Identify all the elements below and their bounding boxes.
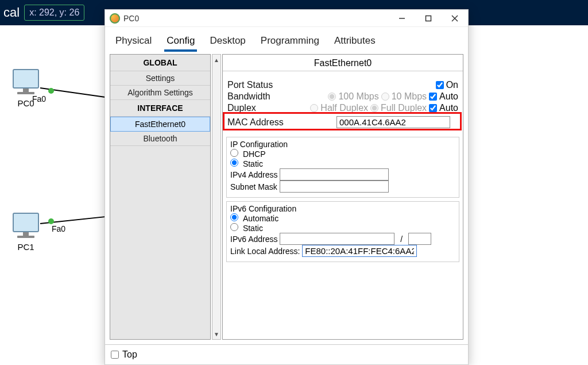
- mac-address-input[interactable]: [336, 116, 450, 128]
- ipv6-address-label: IPv6 Address: [230, 235, 278, 244]
- left-item-fastethernet0[interactable]: FastEthernet0: [110, 117, 210, 132]
- config-window: PC0 Physical Config Desktop Programming …: [105, 9, 469, 365]
- ipv6-address-input[interactable]: [280, 233, 394, 245]
- left-header-interface: INTERFACE: [110, 100, 210, 117]
- device-pc1[interactable]: PC1: [13, 213, 39, 252]
- bandwidth-100-radio: [328, 93, 336, 101]
- ipv6-static-label: Static: [243, 224, 263, 233]
- window-title: PC0: [123, 14, 139, 23]
- bandwidth-auto-label: Auto: [439, 91, 458, 102]
- bottom-bar: Top: [105, 344, 468, 364]
- left-header-global: GLOBAL: [110, 55, 210, 71]
- bandwidth-auto-checkbox[interactable]: [429, 93, 437, 101]
- ipv6-config-group: IPv6 Configuration Automatic Static IPv6…: [226, 201, 459, 262]
- top-tabs: Physical Config Desktop Programming Attr…: [105, 27, 468, 52]
- ipv6-config-label: IPv6 Configuration: [230, 204, 296, 213]
- port-status-checkbox[interactable]: [436, 81, 444, 89]
- left-item-bluetooth[interactable]: Bluetooth: [110, 132, 210, 146]
- coordinate-bar: cal x: 292, y: 26: [0, 0, 88, 25]
- duplex-auto-checkbox[interactable]: [429, 104, 437, 112]
- scroll-down-icon[interactable]: ▼: [212, 329, 220, 339]
- dhcp-radio[interactable]: [230, 149, 238, 157]
- link-local-address-input[interactable]: [302, 245, 417, 257]
- link-status-dot-pc0: [48, 88, 54, 94]
- bandwidth-10-radio: [381, 93, 389, 101]
- pc-icon: [13, 69, 39, 94]
- maximize-button[interactable]: [415, 10, 442, 26]
- dhcp-label: DHCP: [243, 149, 266, 159]
- tab-physical[interactable]: Physical: [113, 33, 154, 51]
- port-status-label: Port Status: [227, 80, 273, 90]
- subnet-mask-input[interactable]: [280, 180, 389, 193]
- bandwidth-100-label: 100 Mbps: [338, 91, 378, 102]
- tab-desktop[interactable]: Desktop: [207, 33, 247, 51]
- link-status-dot-pc1: [48, 218, 54, 224]
- mac-address-label: MAC Address: [227, 117, 336, 128]
- ip-config-group: IP Configuration DHCP Static IPv4 Addres…: [226, 137, 459, 198]
- left-panel: GLOBAL Settings Algorithm Settings INTER…: [110, 54, 211, 340]
- duplex-full-radio: [370, 104, 378, 112]
- svg-rect-1: [426, 16, 431, 21]
- ipv4-address-input[interactable]: [280, 168, 389, 180]
- minimize-button[interactable]: [389, 10, 415, 26]
- duplex-half-label: Half Duplex: [320, 103, 368, 113]
- left-item-settings[interactable]: Settings: [110, 71, 210, 86]
- duplex-label: Duplex: [227, 103, 256, 113]
- pc-icon: [13, 213, 39, 238]
- ipv6-automatic-label: Automatic: [243, 214, 278, 223]
- bandwidth-10-label: 10 Mbps: [392, 91, 427, 102]
- tab-programming[interactable]: Programming: [258, 33, 322, 51]
- config-detail-panel: FastEthernet0 Port Status On Bandwidth 1…: [222, 54, 463, 340]
- ipv6-prefix-input[interactable]: [408, 233, 431, 245]
- static-label: Static: [243, 159, 263, 168]
- app-icon: [110, 13, 120, 24]
- detail-title: FastEthernet0: [223, 55, 463, 71]
- close-button[interactable]: [442, 10, 468, 26]
- duplex-full-label: Full Duplex: [381, 103, 427, 113]
- device-pc1-port-label: Fa0: [52, 224, 65, 233]
- ipv4-address-label: IPv4 Address: [230, 170, 278, 179]
- subnet-mask-label: Subnet Mask: [230, 182, 277, 191]
- duplex-half-radio: [310, 104, 318, 112]
- scroll-up-icon[interactable]: ▲: [212, 55, 220, 65]
- ipv6-static-radio[interactable]: [230, 223, 238, 231]
- link-local-address-label: Link Local Address:: [230, 247, 300, 256]
- titlebar[interactable]: PC0: [105, 10, 468, 27]
- duplex-auto-label: Auto: [439, 103, 458, 113]
- left-scrollbar[interactable]: ▲ ▼: [212, 54, 221, 340]
- static-radio[interactable]: [230, 159, 238, 167]
- top-checkbox[interactable]: [111, 351, 119, 359]
- ipv6-prefix-separator: /: [397, 235, 406, 244]
- ip-config-label: IP Configuration: [230, 140, 288, 149]
- bandwidth-label: Bandwidth: [227, 91, 270, 102]
- mouse-coords: x: 292, y: 26: [24, 5, 84, 21]
- tab-attributes[interactable]: Attributes: [332, 33, 378, 51]
- device-pc1-label: PC1: [13, 242, 39, 252]
- left-item-algorithm-settings[interactable]: Algorithm Settings: [110, 86, 210, 100]
- device-pc0-port-label: Fa0: [32, 94, 46, 103]
- port-status-on-label: On: [446, 80, 458, 90]
- tab-config[interactable]: Config: [164, 33, 197, 51]
- coord-prefix: cal: [0, 2, 23, 24]
- top-checkbox-label: Top: [122, 349, 137, 360]
- ipv6-automatic-radio[interactable]: [230, 213, 238, 221]
